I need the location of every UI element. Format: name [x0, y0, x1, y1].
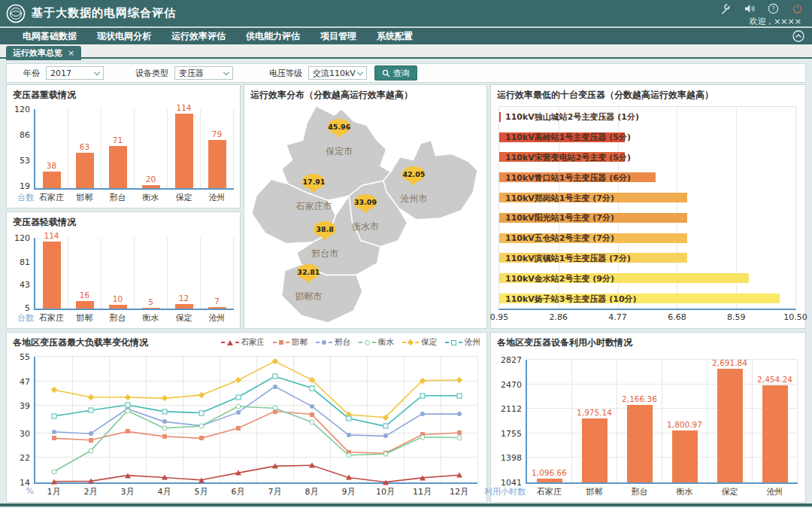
bar[interactable]: 2,691.84 [717, 369, 743, 482]
data-point[interactable] [456, 393, 462, 398]
series-line[interactable] [54, 387, 459, 437]
map-pin[interactable]: 17.91 [302, 174, 325, 193]
nav-item-0[interactable]: 电网基础数据 [23, 30, 77, 43]
device-type-select[interactable]: 变压器 [174, 66, 233, 80]
data-point[interactable] [420, 475, 426, 480]
data-point[interactable] [125, 408, 130, 413]
data-point[interactable] [125, 473, 131, 478]
data-point[interactable] [88, 479, 94, 484]
year-select[interactable]: 2017 [46, 66, 104, 80]
data-point[interactable] [457, 412, 462, 416]
bar[interactable]: 114 [43, 242, 61, 309]
map-pin[interactable]: 42.05 [402, 166, 425, 186]
legend-item-2[interactable]: 邢台 [316, 337, 350, 348]
data-point[interactable] [235, 470, 241, 476]
series-line[interactable] [54, 376, 459, 426]
bar[interactable]: 114 [175, 114, 193, 188]
data-point[interactable] [162, 425, 167, 430]
data-point[interactable] [309, 463, 315, 468]
bar[interactable]: 1,975.14 [582, 418, 607, 482]
data-point[interactable] [88, 449, 93, 454]
map-pin[interactable]: 38.8 [314, 221, 336, 241]
data-point[interactable] [51, 479, 57, 484]
data-point[interactable] [88, 408, 93, 413]
data-point[interactable] [272, 374, 277, 379]
data-point[interactable] [89, 431, 93, 436]
data-point[interactable] [162, 419, 167, 424]
legend-item-1[interactable]: 邯郸 [273, 337, 308, 348]
data-point[interactable] [310, 412, 314, 417]
data-point[interactable] [346, 415, 351, 421]
tab-operation-efficiency-overview[interactable]: 运行效率总览 × [6, 46, 81, 60]
bar[interactable]: 38 [43, 172, 61, 188]
legend-item-0[interactable]: 石家庄 [221, 337, 265, 348]
data-point[interactable] [456, 435, 462, 440]
data-point[interactable] [125, 402, 130, 407]
data-point[interactable] [346, 475, 352, 480]
data-point[interactable] [198, 410, 204, 415]
legend-item-3[interactable]: 衡水 [359, 337, 394, 348]
tools-icon[interactable] [720, 3, 731, 14]
data-point[interactable] [51, 414, 56, 419]
data-point[interactable] [162, 409, 167, 414]
data-point[interactable] [199, 436, 204, 440]
volume-icon[interactable] [744, 3, 755, 14]
data-point[interactable] [273, 385, 277, 389]
data-point[interactable] [346, 452, 351, 458]
bar[interactable] [499, 112, 501, 122]
data-point[interactable] [89, 438, 93, 443]
bar[interactable]: 71 [109, 146, 127, 188]
nav-item-1[interactable]: 现状电网分析 [97, 30, 151, 43]
data-point[interactable] [420, 434, 425, 440]
data-point[interactable] [198, 424, 204, 429]
data-point[interactable] [126, 429, 130, 433]
data-point[interactable] [383, 452, 388, 457]
data-point[interactable] [235, 403, 241, 409]
data-point[interactable] [456, 473, 462, 478]
nav-item-5[interactable]: 系统配置 [377, 30, 413, 43]
data-point[interactable] [309, 385, 314, 391]
bar[interactable]: 1,800.97 [672, 430, 698, 482]
nav-item-3[interactable]: 供电能力评估 [246, 30, 300, 43]
data-point[interactable] [420, 412, 425, 416]
search-button[interactable]: 查询 [374, 65, 417, 81]
data-point[interactable] [162, 434, 167, 439]
bar[interactable]: 2,454.24 [762, 385, 788, 482]
nav-item-4[interactable]: 项目管理 [320, 30, 356, 43]
legend-item-4[interactable]: 保定 [402, 337, 437, 348]
bar[interactable]: 63 [76, 153, 94, 188]
data-point[interactable] [236, 410, 241, 415]
data-point[interactable] [235, 394, 241, 400]
map-pin[interactable]: 45.96 [328, 119, 350, 138]
collapse-up-icon[interactable] [792, 30, 804, 42]
data-point[interactable] [420, 393, 425, 398]
data-point[interactable] [272, 464, 278, 469]
data-point[interactable] [383, 479, 389, 485]
series-line[interactable] [54, 465, 459, 482]
legend-item-5[interactable]: 沧州 [445, 337, 480, 348]
data-point[interactable] [52, 436, 56, 440]
bar[interactable]: 16 [76, 301, 94, 309]
power-icon[interactable] [792, 3, 803, 14]
map-pin[interactable]: 32.81 [297, 264, 320, 284]
bar[interactable]: 2,166.36 [627, 405, 653, 482]
data-point[interactable] [51, 469, 56, 474]
data-point[interactable] [309, 419, 314, 424]
data-point[interactable] [272, 406, 277, 411]
data-point[interactable] [198, 477, 205, 482]
data-point[interactable] [383, 433, 388, 438]
data-point[interactable] [347, 433, 351, 437]
x-category-label: 6月 [220, 482, 256, 497]
tab-close-icon[interactable]: × [68, 48, 74, 58]
data-point[interactable] [310, 404, 314, 409]
voltage-level-select[interactable]: 交流110kV [308, 66, 367, 80]
help-icon[interactable]: ? [768, 3, 779, 14]
data-point[interactable] [162, 475, 168, 480]
series-line[interactable] [54, 361, 459, 418]
data-point[interactable] [236, 426, 241, 430]
bar[interactable]: 79 [208, 140, 226, 188]
data-point[interactable] [383, 424, 388, 429]
nav-item-2[interactable]: 运行效率评估 [171, 30, 226, 43]
data-point[interactable] [52, 430, 56, 434]
map-pin[interactable]: 33.09 [354, 194, 377, 214]
